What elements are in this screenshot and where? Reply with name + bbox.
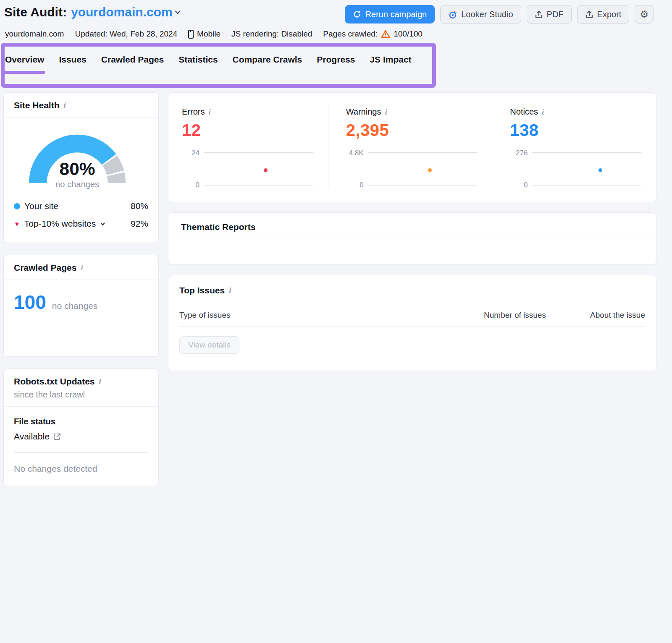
warnings-data-point <box>428 168 432 172</box>
warning-triangle-icon <box>381 30 390 38</box>
top-header: Site Audit: yourdomain.com Rerun campaig… <box>0 0 672 24</box>
crawled-pages-card: Crawled Pages i 100 no changes <box>3 255 159 357</box>
red-triangle-icon: ▼ <box>14 221 20 227</box>
meta-updated: Updated: Wed, Feb 28, 2024 <box>75 29 177 39</box>
looker-studio-icon <box>448 10 457 19</box>
gauge-value: 80% <box>60 159 95 179</box>
robots-title: Robots.txt Updates <box>14 376 95 387</box>
meta-domain: yourdomain.com <box>5 29 64 39</box>
legend-row-top10: ▼ Top-10% websites 92% <box>14 215 148 233</box>
errors-data-point <box>264 168 268 172</box>
info-icon[interactable]: i <box>64 101 66 110</box>
domain-dropdown[interactable]: yourdomain.com <box>71 5 181 19</box>
meta-js-rendering: JS rendering: Disabled <box>231 29 312 39</box>
export-label: Export <box>597 10 622 19</box>
tab-js-impact[interactable]: JS Impact <box>370 55 411 76</box>
info-icon[interactable]: i <box>385 107 387 117</box>
rerun-campaign-button[interactable]: Rerun campaign <box>345 5 435 24</box>
notices-value[interactable]: 138 <box>510 121 643 140</box>
warnings-stat: Warnings i 2,395 4.8K 0 <box>328 104 492 189</box>
crawled-total: 100 <box>14 291 46 314</box>
looker-studio-button[interactable]: Looker Studio <box>440 5 521 24</box>
notices-stat: Notices i 138 276 0 <box>492 104 656 189</box>
notices-data-point <box>598 168 602 172</box>
errors-value[interactable]: 12 <box>182 121 315 140</box>
meta-device: Mobile <box>188 29 220 39</box>
crawled-change: no changes <box>52 301 98 311</box>
errors-stat: Errors i 12 24 0 <box>168 104 328 189</box>
upload-icon <box>535 10 543 19</box>
warnings-value[interactable]: 2,395 <box>346 121 480 140</box>
mobile-phone-icon <box>188 30 194 39</box>
info-icon[interactable]: i <box>229 286 231 295</box>
legend-row-your-site: Your site 80% <box>14 197 148 215</box>
info-icon[interactable]: i <box>208 107 210 117</box>
tab-compare-crawls[interactable]: Compare Crawls <box>233 55 302 76</box>
col-type-of-issues: Type of issues <box>179 311 471 320</box>
top-issues-card: Top Issues i Type of issues Number of is… <box>168 275 656 371</box>
pdf-button[interactable]: PDF <box>527 5 572 24</box>
looker-studio-label: Looker Studio <box>461 10 513 19</box>
info-icon[interactable]: i <box>81 263 83 272</box>
rerun-campaign-label: Rerun campaign <box>365 10 427 19</box>
top10-value: 92% <box>131 219 148 229</box>
export-button[interactable]: Export <box>577 5 630 24</box>
robots-card: Robots.txt Updates i since the last craw… <box>3 369 159 486</box>
meta-pages-crawled: Pages crawled: 100/100 <box>323 29 423 39</box>
file-status-value: Available <box>14 431 50 442</box>
top10-label: Top-10% websites <box>24 219 96 229</box>
info-icon[interactable]: i <box>99 377 101 386</box>
notices-sparkline: 276 0 <box>510 149 643 189</box>
warnings-sparkline: 4.8K 0 <box>346 149 480 189</box>
site-health-gauge: 80% no changes <box>4 118 158 193</box>
divider <box>14 452 148 453</box>
col-about-the-issue: About the issue <box>559 311 645 320</box>
your-site-label: Your site <box>24 201 58 211</box>
issues-summary-card: Errors i 12 24 0 Warnings i 2,395 <box>168 92 656 202</box>
gear-icon: ⚙ <box>640 10 648 19</box>
meta-device-label: Mobile <box>197 29 220 39</box>
chevron-down-icon[interactable] <box>100 221 105 227</box>
top-issues-title: Top Issues <box>179 285 225 295</box>
crawled-pages-title: Crawled Pages <box>14 263 76 273</box>
settings-button[interactable]: ⚙ <box>635 5 654 24</box>
notices-label: Notices <box>510 107 538 117</box>
warnings-label: Warnings <box>346 107 381 117</box>
tab-issues[interactable]: Issues <box>59 55 86 76</box>
site-health-card: Site Health i 80% no changes Y <box>3 92 159 243</box>
your-site-value: 80% <box>131 201 148 211</box>
top-issues-header-row: Type of issues Number of issues About th… <box>179 303 645 327</box>
chevron-down-icon <box>174 9 181 16</box>
tab-overview[interactable]: Overview <box>5 55 44 76</box>
site-health-title: Site Health <box>14 100 60 110</box>
tab-statistics[interactable]: Statistics <box>178 55 218 76</box>
robots-no-changes: No changes detected <box>14 464 148 474</box>
info-icon[interactable]: i <box>542 107 544 117</box>
tab-bar: Overview Issues Crawled Pages Statistics… <box>0 43 672 90</box>
upload-icon <box>585 10 593 19</box>
tab-crawled-pages[interactable]: Crawled Pages <box>101 55 164 76</box>
pdf-label: PDF <box>547 10 564 19</box>
thematic-reports-card: Thematic Reports <box>168 212 656 265</box>
crawled-pages-stacked-bar[interactable] <box>14 322 148 337</box>
refresh-icon <box>353 10 361 18</box>
pages-crawled-value: 100/100 <box>394 29 423 39</box>
top-issues-view-details-button[interactable]: View details <box>179 336 239 354</box>
tab-progress[interactable]: Progress <box>317 55 355 76</box>
domain-label: yourdomain.com <box>71 5 173 19</box>
page-title: Site Audit: <box>4 5 67 19</box>
thematic-reports-title: Thematic Reports <box>181 222 255 232</box>
campaign-meta-row: yourdomain.com Updated: Wed, Feb 28, 202… <box>0 24 672 43</box>
robots-subtitle: since the last crawl <box>14 390 148 400</box>
blue-dot-icon <box>14 203 20 209</box>
gauge-change: no changes <box>55 180 99 189</box>
external-link-icon[interactable] <box>53 433 61 441</box>
pages-crawled-label: Pages crawled: <box>323 29 378 39</box>
errors-sparkline: 24 0 <box>182 149 315 189</box>
errors-label: Errors <box>182 107 205 117</box>
file-status-label: File status <box>14 417 148 426</box>
col-number-of-issues: Number of issues <box>471 311 559 320</box>
